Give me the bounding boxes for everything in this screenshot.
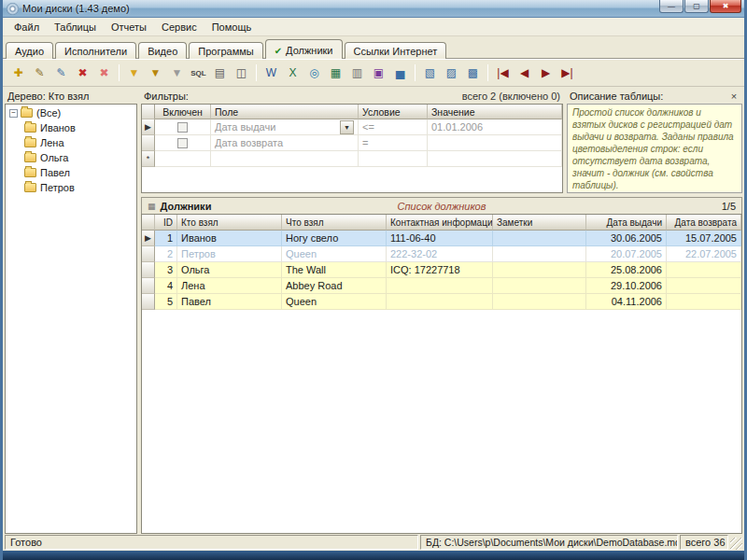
print-preview-icon[interactable]: ◫: [232, 63, 251, 82]
cell[interactable]: [387, 278, 493, 294]
cell[interactable]: 5: [155, 294, 177, 310]
table-row[interactable]: 5ПавелQueen04.11.2006: [142, 294, 741, 310]
cell[interactable]: [667, 294, 741, 310]
cell[interactable]: [493, 246, 586, 262]
col-header-Заметки[interactable]: Заметки: [493, 215, 586, 231]
delete-found-icon[interactable]: ✖: [94, 63, 114, 82]
menu-item-Помощь[interactable]: Помощь: [204, 20, 260, 35]
col-header-Кто взял[interactable]: Кто взял: [177, 215, 282, 231]
table-row[interactable]: 3ОльгаThe WallICQ: 1722771825.08.2006: [142, 262, 741, 278]
cell[interactable]: Abbey Road: [282, 278, 387, 294]
tree-item-Ольга[interactable]: Ольга: [6, 150, 136, 165]
cell[interactable]: [387, 294, 493, 310]
cell[interactable]: 3: [155, 262, 177, 278]
col-header-ID[interactable]: ID: [155, 215, 177, 231]
tree-item-Павел[interactable]: Павел: [6, 165, 136, 180]
print-icon[interactable]: ▤: [210, 63, 230, 82]
columns-setup-icon[interactable]: ▧: [420, 63, 440, 82]
filter-col-header-Значение[interactable]: Значение: [428, 105, 562, 119]
properties-icon[interactable]: ▩: [463, 63, 483, 82]
resize-grip[interactable]: [730, 538, 742, 550]
cell[interactable]: [667, 278, 741, 294]
export-text-icon[interactable]: ▥: [347, 63, 367, 82]
titlebar[interactable]: Мои диски (1.43 демо) — ▢ ✖: [3, 0, 744, 18]
cell[interactable]: [493, 294, 586, 310]
table-row[interactable]: 4ЛенаAbbey Road29.10.2006: [142, 278, 741, 294]
col-header-Дата выдачи[interactable]: Дата выдачи: [586, 215, 667, 231]
export-table-icon[interactable]: ▦: [326, 63, 345, 82]
add-record-icon[interactable]: ✚: [8, 63, 28, 82]
expander-icon[interactable]: −: [9, 109, 18, 118]
export-html-icon[interactable]: ◎: [304, 63, 324, 82]
cell[interactable]: 04.11.2006: [586, 294, 667, 310]
row-selector[interactable]: ▶: [142, 231, 155, 246]
filter-condition-cell[interactable]: =: [359, 135, 428, 151]
tab-Ссылки Интернет[interactable]: Ссылки Интернет: [345, 42, 447, 59]
row-selector[interactable]: [142, 135, 155, 151]
tab-Программы[interactable]: Программы: [189, 42, 262, 59]
filter-icon[interactable]: ▼: [124, 63, 144, 82]
dropdown-icon[interactable]: ▼: [340, 120, 354, 134]
cell[interactable]: 29.10.2006: [586, 278, 667, 294]
enabled-checkbox[interactable]: [177, 122, 188, 133]
col-header-Контактная информация[interactable]: Контактная информация: [387, 215, 493, 231]
cell[interactable]: 111-06-40: [387, 231, 493, 246]
filter-col-header-Включен[interactable]: Включен: [155, 105, 211, 119]
cell[interactable]: [493, 278, 586, 294]
close-button[interactable]: ✖: [710, 0, 741, 13]
cell[interactable]: Ногу свело: [282, 231, 387, 246]
cell[interactable]: Ольга: [177, 262, 282, 278]
enabled-checkbox[interactable]: [177, 138, 188, 148]
nav-next-icon[interactable]: ▶: [536, 63, 556, 82]
filter-col-header-Поле[interactable]: Поле: [211, 105, 359, 119]
cell[interactable]: Лена: [177, 278, 282, 294]
row-selector[interactable]: [142, 294, 155, 310]
cell[interactable]: 22.07.2005: [667, 246, 741, 262]
filter-field-cell[interactable]: Дата возврата: [211, 135, 359, 151]
tab-Должники[interactable]: ✔Должники: [265, 39, 343, 59]
cell[interactable]: 4: [155, 278, 177, 294]
cell[interactable]: Павел: [177, 294, 282, 310]
tree-item-(Все)[interactable]: −(Все): [6, 105, 136, 120]
table-menu-icon[interactable]: ▦: [148, 202, 156, 211]
maximize-button[interactable]: ▢: [684, 0, 709, 13]
cell[interactable]: 25.08.2006: [586, 262, 667, 278]
minimize-button[interactable]: —: [659, 0, 684, 13]
export-excel-icon[interactable]: X: [283, 63, 303, 82]
menu-item-Таблицы[interactable]: Таблицы: [47, 20, 104, 35]
table-row[interactable]: 2ПетровQueen222-32-0220.07.200522.07.200…: [142, 246, 741, 262]
filter-field-cell[interactable]: Дата выдачи▼: [211, 119, 359, 135]
col-header-Дата возврата[interactable]: Дата возврата: [667, 215, 741, 231]
tree-item-Лена[interactable]: Лена: [6, 135, 136, 150]
cell[interactable]: [493, 231, 586, 246]
row-selector[interactable]: [142, 262, 155, 278]
filter-condition-cell[interactable]: <=: [359, 119, 428, 135]
filter-new-row[interactable]: *: [142, 151, 562, 167]
tab-Видео[interactable]: Видео: [138, 42, 187, 59]
cell[interactable]: The Wall: [282, 262, 387, 278]
menu-item-Отчеты[interactable]: Отчеты: [104, 20, 154, 35]
nav-first-icon[interactable]: |◀: [493, 63, 513, 82]
edit-record-icon[interactable]: ✎: [30, 63, 49, 82]
cell[interactable]: 30.06.2005: [586, 231, 667, 246]
filter-value-cell[interactable]: [428, 135, 562, 151]
export-word-icon[interactable]: W: [261, 63, 281, 82]
cell[interactable]: [667, 262, 741, 278]
filter-value-cell[interactable]: 01.01.2006: [428, 119, 562, 135]
delete-record-icon[interactable]: ✖: [73, 63, 92, 82]
filter-row[interactable]: Дата возврата=: [142, 135, 562, 151]
cell[interactable]: Петров: [177, 246, 282, 262]
sql-icon[interactable]: SQL: [189, 63, 208, 82]
row-selector[interactable]: [142, 278, 155, 294]
chart-icon[interactable]: ▅: [390, 63, 410, 82]
filter-col-header-Условие[interactable]: Условие: [359, 105, 428, 119]
tree-item-Петров[interactable]: Петров: [6, 180, 136, 195]
close-description-icon[interactable]: ×: [728, 91, 740, 102]
filter-off-icon[interactable]: ▼: [167, 63, 187, 82]
export-xml-icon[interactable]: ▣: [369, 63, 388, 82]
cell[interactable]: Иванов: [177, 231, 282, 246]
tree-item-Иванов[interactable]: Иванов: [6, 120, 136, 135]
tab-Аудио[interactable]: Аудио: [6, 42, 53, 59]
cell[interactable]: 1: [155, 231, 177, 246]
nav-last-icon[interactable]: ▶|: [557, 63, 577, 82]
